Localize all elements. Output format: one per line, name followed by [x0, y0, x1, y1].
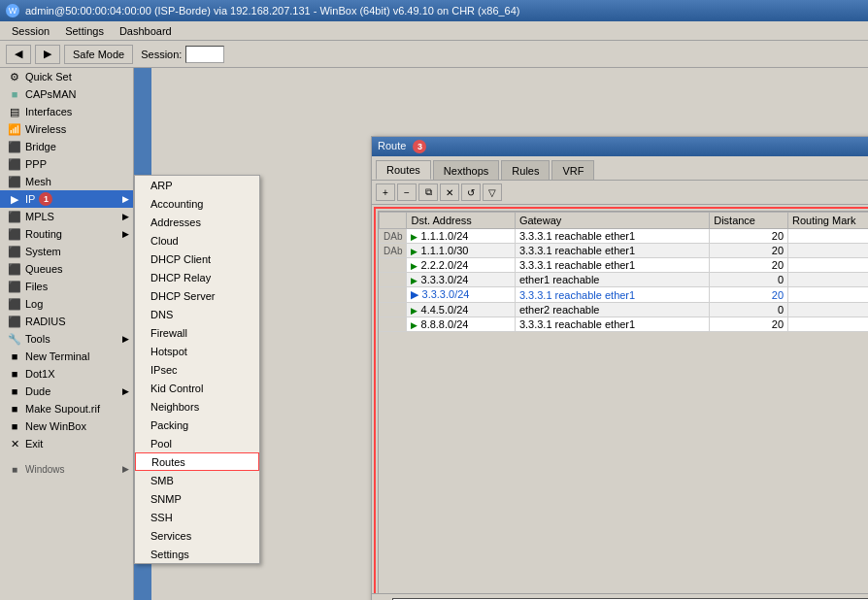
sidebar-item-interfaces[interactable]: ▤ Interfaces: [0, 103, 133, 120]
sidebar-item-dot1x[interactable]: ■ Dot1X: [0, 365, 133, 383]
route-table: Dst. Address Gateway Distance Routing Ma…: [379, 212, 868, 332]
reset-button[interactable]: ↺: [461, 183, 481, 201]
menu-item-packing[interactable]: Packing: [135, 416, 259, 434]
row-distance: 0: [710, 303, 788, 317]
row-distance: 20: [710, 244, 788, 258]
row-routing-mark: [788, 229, 868, 244]
sidebar-item-wireless[interactable]: 📶 Wireless: [0, 120, 133, 138]
row-dab: DAb: [380, 244, 407, 258]
route-table-container[interactable]: Dst. Address Gateway Distance Routing Ma…: [378, 211, 868, 597]
menu-item-dns[interactable]: DNS: [135, 305, 259, 323]
mpls-icon: ⬛: [8, 210, 21, 223]
table-row[interactable]: ▶ 3.3.3.0/24 3.3.3.1 reachable ether1 20: [380, 287, 869, 303]
copy-button[interactable]: ⧉: [418, 183, 438, 201]
sidebar-item-exit[interactable]: ✕ Exit: [0, 435, 133, 452]
menu-item-snmp[interactable]: SNMP: [135, 489, 259, 508]
menu-item-routes[interactable]: Routes: [135, 452, 259, 471]
forward-button[interactable]: ▶: [35, 45, 60, 64]
tab-vrf[interactable]: VRF: [551, 160, 594, 180]
menu-item-pool[interactable]: Pool: [135, 434, 259, 452]
col-dst-header[interactable]: Dst. Address: [407, 213, 515, 229]
sidebar-item-tools[interactable]: 🔧 Tools ▶: [0, 330, 133, 348]
table-row[interactable]: ▶ 8.8.8.0/24 3.3.3.1 reachable ether1 20: [380, 317, 869, 332]
sidebar-item-ppp[interactable]: ⬛ PPP: [0, 155, 133, 173]
sidebar-item-radius[interactable]: ⬛ RADIUS: [0, 313, 133, 330]
table-row[interactable]: DAb ▶ 1.1.1.0/24 3.3.3.1 reachable ether…: [380, 229, 869, 244]
filter-button[interactable]: ▽: [483, 183, 502, 201]
files-icon: ⬛: [8, 280, 21, 293]
row-dst: ▶ 1.1.1.0/30: [407, 244, 515, 258]
menu-item-dhcp-client[interactable]: DHCP Client: [135, 250, 259, 268]
sidebar-item-routing[interactable]: ⬛ Routing ▶: [0, 225, 133, 243]
menu-item-dhcp-relay[interactable]: DHCP Relay: [135, 268, 259, 286]
menu-settings[interactable]: Settings: [57, 24, 112, 38]
table-row[interactable]: ▶ 3.3.3.0/24 ether1 reachable 0 3.3.3.2: [380, 273, 869, 287]
sidebar-item-log[interactable]: ⬛ Log: [0, 295, 133, 313]
tab-nexthops[interactable]: Nexthops: [433, 160, 499, 180]
back-button[interactable]: ◀: [6, 45, 31, 64]
tab-routes[interactable]: Routes: [376, 160, 431, 180]
sidebar-label-quick-set: Quick Set: [25, 71, 72, 83]
table-row[interactable]: ▶ 2.2.2.0/24 3.3.3.1 reachable ether1 20: [380, 258, 869, 273]
row-gateway: ether2 reachable: [515, 303, 709, 317]
row-gateway: 3.3.3.1 reachable ether1: [515, 317, 709, 332]
sidebar-item-capsman[interactable]: ■ CAPsMAN: [0, 85, 133, 103]
main-toolbar: ◀ ▶ Safe Mode Session:: [0, 41, 868, 68]
menu-item-ipsec[interactable]: IPsec: [135, 360, 259, 379]
menu-item-settings-ip[interactable]: Settings: [135, 545, 259, 563]
sidebar-label-bridge: Bridge: [25, 141, 56, 152]
menu-item-arp[interactable]: ARP: [135, 176, 259, 194]
tools-icon: 🔧: [8, 332, 21, 346]
menu-item-neighbors[interactable]: Neighbors: [135, 397, 259, 416]
sidebar-label-files: Files: [25, 281, 48, 292]
menu-item-kid-control[interactable]: Kid Control: [135, 379, 259, 397]
menu-item-ssh[interactable]: SSH: [135, 508, 259, 526]
dude-icon: ■: [8, 384, 21, 398]
menu-item-hotspot[interactable]: Hotspot: [135, 342, 259, 360]
sidebar-item-system[interactable]: ⬛ System: [0, 243, 133, 260]
menu-item-addresses[interactable]: Addresses: [135, 213, 259, 231]
add-button[interactable]: +: [376, 183, 395, 201]
sidebar-item-quick-set[interactable]: ⚙ Quick Set: [0, 68, 133, 85]
menu-item-accounting[interactable]: Accounting: [135, 194, 259, 213]
menu-item-cloud[interactable]: Cloud: [135, 231, 259, 250]
sidebar-item-queues[interactable]: ⬛ Queues: [0, 260, 133, 278]
row-gateway: ether1 reachable: [515, 273, 709, 287]
menu-item-smb[interactable]: SMB: [135, 471, 259, 489]
menu-item-dhcp-server[interactable]: DHCP Server: [135, 286, 259, 305]
col-gateway-header[interactable]: Gateway: [515, 213, 709, 229]
row-routing-mark: [788, 244, 868, 258]
sidebar-item-bridge[interactable]: ⬛ Bridge: [0, 138, 133, 155]
menu-item-services[interactable]: Services: [135, 526, 259, 545]
sidebar-label-ppp: PPP: [25, 158, 47, 170]
sidebar-item-dude[interactable]: ■ Dude ▶: [0, 383, 133, 400]
sidebar-label-tools: Tools: [25, 333, 50, 345]
remove-button[interactable]: −: [397, 183, 417, 201]
sidebar-item-new-winbox[interactable]: ■ New WinBox: [0, 417, 133, 435]
menu-item-firewall[interactable]: Firewall: [135, 323, 259, 342]
sidebar-item-mesh[interactable]: ⬛ Mesh: [0, 173, 133, 190]
sidebar-item-ip[interactable]: ▶ IP 1 ▶: [0, 190, 133, 208]
table-row[interactable]: DAb ▶ 1.1.1.0/30 3.3.3.1 reachable ether…: [380, 244, 869, 258]
ip-badge: 1: [39, 192, 52, 206]
tab-rules[interactable]: Rules: [501, 160, 550, 180]
row-dst: ▶ 1.1.1.0/24: [407, 229, 515, 244]
supout-icon: ■: [8, 402, 21, 416]
mesh-icon: ⬛: [8, 175, 21, 188]
sidebar-item-new-terminal[interactable]: ■ New Terminal: [0, 348, 133, 365]
sidebar-item-make-supout[interactable]: ■ Make Supout.rif: [0, 400, 133, 417]
menu-session[interactable]: Session: [4, 24, 57, 38]
sidebar-item-windows[interactable]: ■ Windows ▶: [0, 460, 133, 478]
session-input[interactable]: [185, 46, 224, 63]
col-routing-mark-header[interactable]: Routing Mark: [788, 213, 868, 229]
col-distance-header[interactable]: Distance: [710, 213, 788, 229]
row-routing-mark: [788, 273, 868, 287]
row-dab: [380, 317, 407, 332]
disable-button[interactable]: ✕: [440, 183, 459, 201]
queues-icon: ⬛: [8, 262, 21, 276]
safe-mode-button[interactable]: Safe Mode: [64, 45, 133, 64]
sidebar-item-mpls[interactable]: ⬛ MPLS ▶: [0, 208, 133, 225]
sidebar-item-files[interactable]: ⬛ Files: [0, 278, 133, 295]
menu-dashboard[interactable]: Dashboard: [112, 24, 180, 38]
table-row[interactable]: ▶ 4.4.5.0/24 ether2 reachable 0 4.4.5.25…: [380, 303, 869, 317]
